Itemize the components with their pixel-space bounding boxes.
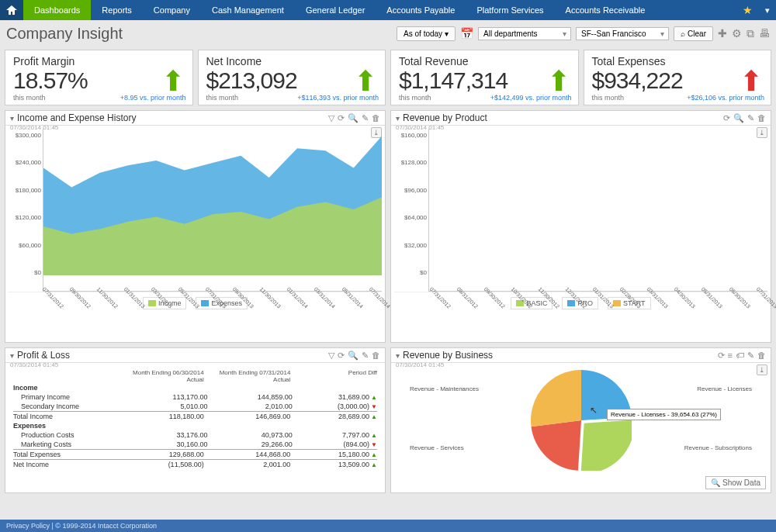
nav-item[interactable]: Company <box>143 0 201 20</box>
kpi-card: Total Expenses $934,222 this month ⬆ +$2… <box>584 50 772 105</box>
location-select[interactable]: SF--San Francisco <box>576 27 669 40</box>
filter-icon: ⌕ <box>681 29 685 38</box>
pl-row: Net Income(11,508.00)2,001.0013,509.00▲ <box>13 459 377 469</box>
department-select[interactable]: All departments <box>478 27 571 40</box>
search-icon[interactable]: 🔍 <box>348 351 359 361</box>
pl-section: Expenses <box>13 421 377 430</box>
delete-icon[interactable]: 🗑 <box>757 113 766 123</box>
pie-label: Revenue - Maintenances <box>410 385 479 392</box>
footer: Privacy Policy | © 1999-2014 Intacct Cor… <box>0 520 776 532</box>
panel-title: Income and Expense History <box>17 112 325 123</box>
kpi-title: Profit Margin <box>13 55 185 67</box>
filter-icon[interactable]: ▽ <box>328 351 334 361</box>
nav-item[interactable]: Accounts Receivable <box>555 0 656 20</box>
gear-icon[interactable]: ⚙ <box>732 27 742 40</box>
trend-arrow-icon: ⬆ <box>354 67 377 95</box>
edit-icon[interactable]: ✎ <box>362 113 369 123</box>
favorite-star-icon[interactable]: ★ <box>736 0 759 20</box>
home-icon[interactable] <box>0 0 23 20</box>
asof-selector[interactable]: As of today ▾ <box>397 26 456 41</box>
refresh-icon[interactable]: ⟳ <box>718 351 725 361</box>
kpi-card: Net Income $213,092 this month ⬆ +$116,3… <box>198 50 386 105</box>
delete-icon[interactable]: 🗑 <box>372 351 380 361</box>
kpi-value: $934,222 <box>592 67 764 94</box>
panel-revenue-by-business: ▾ Revenue by Business 07/30/2014 01:45 ⟳… <box>390 347 771 493</box>
kpi-delta: +8.95 vs. prior month <box>120 94 186 102</box>
panel-title: Profit & Loss <box>17 350 325 361</box>
revprod-chart: $160,000$128,000$96,000$64,000$32,000$0 … <box>394 129 767 292</box>
panel-title: Revenue by Product <box>403 112 720 123</box>
page-title: Company Insight <box>6 25 123 43</box>
nav-item[interactable]: Reports <box>91 0 143 20</box>
pie-tooltip: Revenue - Licenses - 39,654.63 (27%) <box>607 409 721 420</box>
pl-row: Total Income118,180.00146,869.0028,689.0… <box>13 411 377 421</box>
panel-income-expense-history: ▾ Income and Expense History 07/30/2014 … <box>5 110 386 343</box>
collapse-icon[interactable]: ▾ <box>10 114 14 123</box>
page-header: Company Insight As of today ▾ 📅 All depa… <box>0 20 776 47</box>
pl-row: Production Costs33,176.0040,973.007,797.… <box>13 430 377 440</box>
edit-icon[interactable]: ✎ <box>747 351 754 361</box>
kpi-title: Total Revenue <box>399 55 570 67</box>
filter-icon[interactable]: ▽ <box>328 113 334 123</box>
kpi-card: Profit Margin 18.57% this month ⬆ +8.95 … <box>5 50 193 105</box>
search-icon: 🔍 <box>711 478 720 487</box>
edit-icon[interactable]: ✎ <box>362 351 369 361</box>
trend-arrow-icon: ⬆ <box>740 67 763 95</box>
kpi-value: 18.57% <box>13 67 185 94</box>
kpi-title: Total Expenses <box>592 55 764 67</box>
nav-item[interactable]: Dashboards <box>23 0 91 20</box>
nav-item[interactable]: Cash Management <box>201 0 295 20</box>
add-icon[interactable]: ✚ <box>718 27 727 40</box>
pie-label: Revenue - Services <box>410 444 464 451</box>
edit-icon[interactable]: ✎ <box>747 113 754 123</box>
pl-row: Secondary Income5,010.002,010.00(3,000.0… <box>13 402 377 411</box>
top-nav: DashboardsReportsCompanyCash ManagementG… <box>0 0 776 20</box>
pie-label: Revenue - Licenses <box>697 385 752 392</box>
collapse-icon[interactable]: ▾ <box>396 351 400 360</box>
panel-profit-loss: ▾ Profit & Loss 07/30/2014 01:45 ▽⟳🔍✎🗑 M… <box>5 347 386 493</box>
nav-item[interactable]: Platform Services <box>466 0 554 20</box>
print-icon[interactable]: 🖶 <box>759 27 770 40</box>
refresh-icon[interactable]: ⟳ <box>338 113 345 123</box>
kpi-value: $213,092 <box>206 67 378 94</box>
panel-title: Revenue by Business <box>403 350 715 361</box>
trend-arrow-icon: ⬆ <box>547 67 570 95</box>
kpi-title: Net Income <box>206 55 378 67</box>
show-data-button[interactable]: 🔍Show Data <box>705 476 766 489</box>
kpi-delta: +$26,106 vs. prior month <box>687 94 764 102</box>
panel-revenue-by-product: ▾ Revenue by Product 07/30/2014 01:45 ⟳🔍… <box>390 110 771 343</box>
pl-row: Marketing Costs30,160.0029,266.00(894.00… <box>13 440 377 449</box>
pie-label: Revenue - Subscriptions <box>684 444 752 451</box>
refresh-icon[interactable]: ⟳ <box>723 113 730 123</box>
kpi-delta: +$142,499 vs. prior month <box>490 94 572 102</box>
kpi-delta: +$116,393 vs. prior month <box>297 94 379 102</box>
pl-section: Income <box>13 383 377 392</box>
search-icon[interactable]: 🔍 <box>348 113 359 123</box>
trend-arrow-icon: ⬆ <box>161 67 185 95</box>
dropdown-icon[interactable]: ▾ <box>759 0 776 20</box>
collapse-icon[interactable]: ▾ <box>10 351 14 360</box>
copy-icon[interactable]: ⧉ <box>747 27 754 40</box>
delete-icon[interactable]: 🗑 <box>757 351 766 361</box>
collapse-icon[interactable]: ▾ <box>396 114 400 123</box>
revbiz-pie: Revenue - Maintenances Revenue - License… <box>394 366 767 475</box>
panel-tools: ▽ ⟳ 🔍 ✎ 🗑 <box>328 113 380 123</box>
nav-item[interactable]: Accounts Payable <box>376 0 466 20</box>
history-chart: $300,000$240,000$180,000$120,000$60,000$… <box>9 129 382 292</box>
kpi-card: Total Revenue $1,147,314 this month ⬆ +$… <box>390 50 579 105</box>
pl-row: Total Expenses129,688.00144,868.0015,180… <box>13 449 377 459</box>
search-icon[interactable]: 🔍 <box>733 113 744 123</box>
pl-row: Primary Income113,170.00144,859.0031,689… <box>13 392 377 402</box>
delete-icon[interactable]: 🗑 <box>372 113 380 123</box>
refresh-icon[interactable]: ⟳ <box>338 351 345 361</box>
kpi-value: $1,147,314 <box>399 67 570 94</box>
list-icon[interactable]: ≡ <box>728 351 733 361</box>
nav-item[interactable]: General Ledger <box>295 0 376 20</box>
pl-table: Month Ending 06/30/2014 ActualMonth Endi… <box>9 366 382 472</box>
tag-icon[interactable]: 🏷 <box>736 351 744 361</box>
clear-filters-button[interactable]: ⌕Clear <box>674 26 713 41</box>
cursor-icon: ↖ <box>590 405 598 416</box>
calendar-icon[interactable]: 📅 <box>460 27 473 40</box>
kpi-row: Profit Margin 18.57% this month ⬆ +8.95 … <box>0 47 776 110</box>
